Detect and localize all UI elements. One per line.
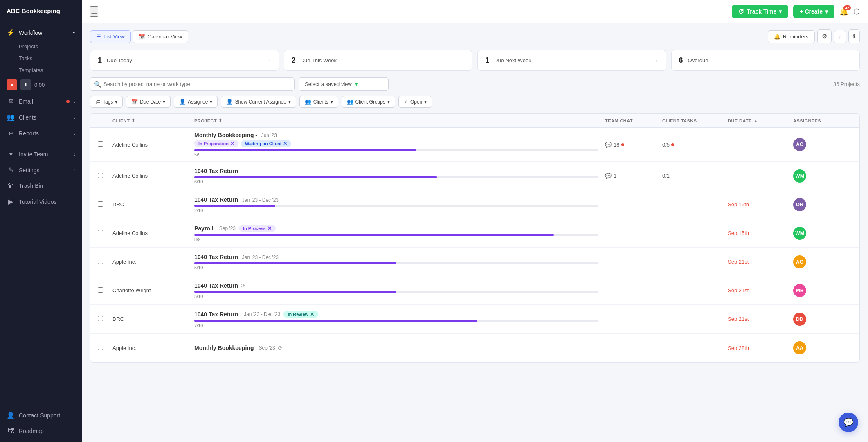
filter-current-assignee[interactable]: 👤 Show Current Assignee ▾: [221, 96, 296, 108]
arrow-icon-settings: ‹: [74, 168, 75, 173]
search-input[interactable]: [90, 77, 295, 91]
due-next-week-count: 1: [485, 56, 489, 65]
td-project[interactable]: Payroll Sep '23 In Process ✕ 8/9: [191, 221, 602, 246]
progress-bar-wrap: 5/10: [194, 262, 598, 270]
create-chevron: ▾: [825, 8, 828, 15]
chat-icon: 💬: [605, 173, 612, 179]
sidebar-item-label-projects: Projects: [19, 43, 38, 50]
tag-in-review[interactable]: In Review ✕: [283, 311, 318, 318]
row-checkbox[interactable]: [98, 201, 103, 207]
view-tabs-left: ☰ List View 📅 Calendar View: [90, 30, 188, 43]
td-project[interactable]: 1040 Tax Return ⟳ 5/10: [191, 278, 602, 303]
td-due-date: Sep 15th: [724, 197, 790, 212]
notifications-button[interactable]: 🔔 42: [839, 7, 848, 16]
filter-client-groups[interactable]: 👥 Client Groups ▾: [342, 96, 395, 108]
td-project[interactable]: 1040 Tax Return 6/10: [191, 164, 602, 188]
td-project[interactable]: 1040 Tax Return Jan '23 - Dec '23 In Rev…: [191, 307, 602, 332]
summary-card-overdue[interactable]: 6 Overdue →: [671, 50, 860, 71]
td-due-date: Sep 21st: [724, 255, 790, 269]
row-checkbox[interactable]: [98, 316, 103, 321]
chevron-down-green-icon: ▾: [355, 81, 358, 87]
filter-assignee[interactable]: 👤 Assignee ▾: [174, 96, 218, 108]
td-project[interactable]: 1040 Tax Return Jan '23 - Dec '23 2/10: [191, 192, 602, 217]
td-client: Adeline Collins: [109, 169, 191, 183]
row-checkbox[interactable]: [98, 259, 103, 264]
td-project[interactable]: Monthly Bookkeeping Sep '23 ⟳: [191, 341, 602, 355]
tag-remove-icon-4[interactable]: ✕: [310, 311, 314, 317]
sidebar-item-templates[interactable]: Templates: [0, 64, 82, 76]
sidebar-item-tasks[interactable]: Tasks: [0, 52, 82, 64]
sidebar-item-contact[interactable]: 👤 Contact Support: [0, 407, 82, 423]
tag-in-process[interactable]: In Process ✕: [239, 225, 276, 232]
filter-clients[interactable]: 👥 Clients ▾: [299, 96, 338, 108]
td-project[interactable]: Monthly Bookkeeping - Jun '23 In Prepara…: [191, 128, 602, 161]
progress-bar-fill: [194, 262, 396, 264]
sidebar-item-clients[interactable]: 👥 Clients ‹: [0, 109, 82, 125]
sidebar-item-settings[interactable]: ✎ Settings ‹: [0, 162, 82, 178]
arrow-icon: ‹: [74, 99, 75, 104]
filter-due-date[interactable]: 📅 Due Date ▾: [126, 96, 171, 108]
pause-button[interactable]: ⏸: [20, 79, 31, 90]
overdue-count: 6: [679, 56, 683, 65]
filter-assignee-label: Assignee: [188, 99, 208, 105]
td-team-chat: [602, 258, 659, 266]
filter-tags[interactable]: 🏷 Tags ▾: [90, 96, 123, 108]
track-time-button[interactable]: ⏱ Track Time ▾: [732, 5, 788, 18]
tag-remove-icon-2[interactable]: ✕: [283, 141, 287, 147]
sidebar-item-label-roadmap: Roadmap: [19, 428, 75, 434]
tag-remove-icon[interactable]: ✕: [230, 141, 234, 147]
progress-bar-wrap: 5/9: [194, 149, 598, 157]
sidebar-item-tutorial[interactable]: ▶ Tutorial Videos: [0, 194, 82, 210]
summary-card-due-today[interactable]: 1 Due Today →: [90, 50, 279, 71]
filter-client-groups-chevron: ▾: [387, 99, 390, 105]
row-checkbox[interactable]: [98, 287, 103, 293]
sidebar-item-invite[interactable]: ✦ Invite Team ‹: [0, 146, 82, 162]
share-button[interactable]: ⬡: [853, 7, 860, 16]
row-checkbox[interactable]: [98, 230, 103, 235]
th-client: CLIENT ⬍: [109, 114, 191, 127]
record-button[interactable]: ●: [7, 79, 17, 90]
arrow-icon-invite: ‹: [74, 152, 75, 157]
td-checkbox: [94, 226, 109, 241]
upload-button[interactable]: ↑: [834, 30, 846, 43]
progress-label: 8/9: [194, 237, 598, 242]
tag-remove-icon-3[interactable]: ✕: [268, 226, 272, 231]
avatar: MB: [793, 284, 806, 297]
tag-in-preparation[interactable]: In Preparation ✕: [194, 140, 238, 147]
td-project[interactable]: 1040 Tax Return Jan '23 - Dec '23 5/10: [191, 250, 602, 274]
sidebar-item-roadmap[interactable]: 🗺 Roadmap: [0, 423, 82, 439]
row-checkbox[interactable]: [98, 141, 103, 147]
calendar-filter-icon: 📅: [131, 99, 138, 105]
project-name: 1040 Tax Return: [194, 311, 238, 318]
sidebar-item-workflow[interactable]: ⚡ Workflow ▾: [0, 25, 82, 41]
td-client: Adeline Collins: [109, 138, 191, 152]
filter-open[interactable]: ✓ Open ▾: [398, 96, 432, 108]
settings-button[interactable]: ⚙: [817, 29, 832, 43]
menu-button[interactable]: ☰: [90, 6, 98, 17]
chat-fab-button[interactable]: 💬: [839, 413, 858, 432]
create-button[interactable]: + Create ▾: [793, 5, 834, 18]
summary-card-due-week[interactable]: 2 Due This Week →: [284, 50, 473, 71]
bell-icon: 🔔: [774, 34, 780, 40]
reminders-button[interactable]: 🔔 Reminders: [768, 30, 815, 43]
row-checkbox[interactable]: [98, 345, 103, 350]
avatar: DD: [793, 313, 806, 326]
tab-calendar-view[interactable]: 📅 Calendar View: [133, 30, 188, 43]
summary-card-due-next-week[interactable]: 1 Due Next Week →: [477, 50, 666, 71]
sidebar-item-email[interactable]: ✉ Email ‹: [0, 93, 82, 109]
sidebar-item-trash[interactable]: 🗑 Trash Bin: [0, 178, 82, 194]
sidebar-item-reports[interactable]: ↩ Reports ‹: [0, 125, 82, 141]
tag-waiting-on-client[interactable]: Waiting on Client ✕: [241, 140, 291, 147]
sidebar-item-projects[interactable]: Projects: [0, 41, 82, 52]
settings-icon: ✎: [7, 166, 15, 174]
progress-bar-bg: [194, 291, 598, 293]
saved-view-dropdown[interactable]: Select a saved view ▾: [299, 77, 389, 91]
row-checkbox[interactable]: [98, 173, 103, 178]
tab-list-view[interactable]: ☰ List View: [90, 30, 131, 43]
table-row: DRC 1040 Tax Return Jan '23 - Dec '23 In…: [90, 305, 859, 334]
th-checkbox: [94, 114, 109, 127]
sidebar-section-tools: ✦ Invite Team ‹ ✎ Settings ‹ 🗑 Trash Bin…: [0, 144, 82, 212]
info-button[interactable]: ℹ: [848, 29, 860, 43]
due-week-count: 2: [292, 56, 296, 65]
progress-label: 6/10: [194, 179, 598, 184]
